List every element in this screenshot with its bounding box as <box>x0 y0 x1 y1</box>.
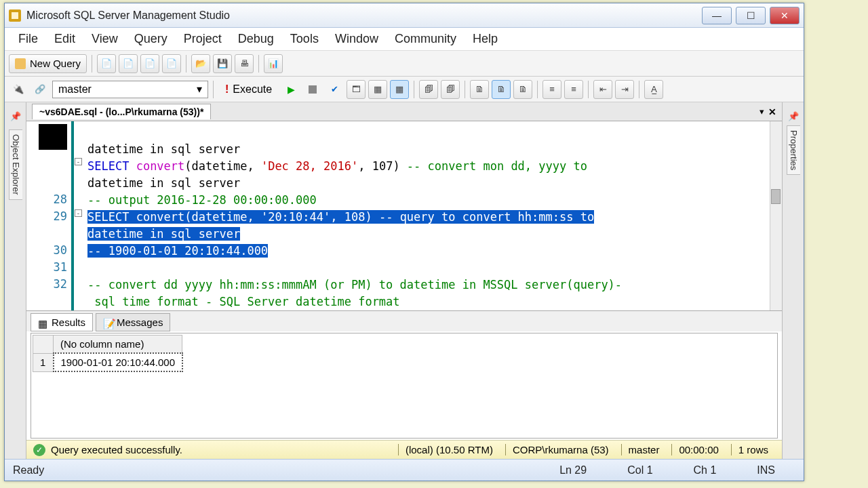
menu-debug[interactable]: Debug <box>231 29 281 49</box>
code-text: -- output 2016-12-28 00:00:00.000 <box>87 193 317 207</box>
uncomment-icon[interactable]: ≡ <box>564 80 583 99</box>
specify-values-icon[interactable]: A̲ <box>644 80 663 99</box>
code-text: SELECT <box>87 210 136 224</box>
comment-icon[interactable]: ≡ <box>542 80 561 99</box>
code-area[interactable]: datetime in sql server SELECT convert(da… <box>83 121 770 310</box>
code-text: -- 1900-01-01 20:10:44.000 <box>87 244 268 258</box>
activity-monitor-icon[interactable]: 📊 <box>264 54 283 73</box>
code-text: , 107) <box>358 159 407 173</box>
code-text: datetime in sql server <box>87 227 240 241</box>
separator <box>537 81 538 98</box>
menubar: File Edit View Query Project Debug Tools… <box>5 28 804 51</box>
messages-tab[interactable]: 📝 Messages <box>96 313 170 331</box>
results-file-icon[interactable]: 🗎 <box>513 80 532 99</box>
menu-window[interactable]: Window <box>328 29 385 49</box>
object-explorer-tab[interactable]: Object Explorer <box>9 129 22 200</box>
success-icon: ✓ <box>33 444 45 456</box>
document-tab[interactable]: ~vs6DAE.sql - (lo...P\rkumarna (53))* <box>32 104 211 119</box>
menu-view[interactable]: View <box>85 29 125 49</box>
db-engine-query-icon[interactable]: 📄 <box>97 54 116 73</box>
row-header[interactable]: 1 <box>33 353 54 371</box>
intellisense-icon[interactable]: ▦ <box>390 80 409 99</box>
tab-dropdown-icon[interactable]: ▾ <box>760 106 764 117</box>
line-gutter: 28 29 30 31 32 33 <box>26 121 74 310</box>
window-title: Microsoft SQL Server Management Studio <box>26 9 702 22</box>
increase-indent-icon[interactable]: ⇥ <box>615 80 634 99</box>
open-file-icon[interactable]: 📂 <box>191 54 210 73</box>
code-text: '20:10:44' <box>261 210 330 224</box>
code-text: datetime in sql server <box>87 142 240 156</box>
titlebar[interactable]: Microsoft SQL Server Management Studio —… <box>5 3 804 28</box>
estimated-plan-icon[interactable]: 🗔 <box>347 80 366 99</box>
menu-tools[interactable]: Tools <box>283 29 326 49</box>
menu-project[interactable]: Project <box>177 29 229 49</box>
save-icon[interactable]: 💾 <box>213 54 232 73</box>
results-area: ▦ Results 📝 Messages (No column name) 11… <box>26 311 782 459</box>
line-number: 31 <box>26 259 67 276</box>
save-all-icon[interactable]: 🖶 <box>235 54 254 73</box>
results-text-icon[interactable]: 🗎 <box>470 80 489 99</box>
right-rail: 📌 Properties <box>782 102 804 459</box>
execute-icon: ! <box>225 83 229 96</box>
selected-text: SELECT convert(datetime, '20:10:44', 108… <box>87 210 594 258</box>
code-text: , 108) <box>330 210 379 224</box>
minimize-button[interactable]: — <box>702 7 732 24</box>
status-ready: Ready <box>13 464 44 476</box>
line-number: 32 <box>26 276 67 293</box>
app-icon <box>9 9 21 22</box>
line-number: 33 <box>26 310 67 311</box>
include-stats-icon[interactable]: 🗐 <box>441 80 460 99</box>
code-text: -- convert mon dd, yyyy to <box>407 159 587 173</box>
messages-tab-label: Messages <box>117 317 163 328</box>
results-grid[interactable]: (No column name) 11900-01-01 20:10:44.00… <box>31 333 778 439</box>
menu-file[interactable]: File <box>12 29 45 49</box>
code-text: (datetime, <box>184 210 261 224</box>
tab-close-icon[interactable]: ✕ <box>768 106 776 117</box>
database-dropdown[interactable]: master ▾ <box>52 81 208 98</box>
grid-cell[interactable]: 1900-01-01 20:10:44.000 <box>54 353 182 371</box>
code-text: convert <box>136 210 185 224</box>
status-col: Col 1 <box>607 464 673 476</box>
object-explorer-pin-icon[interactable]: 📌 <box>6 106 25 125</box>
change-connection-icon[interactable]: 🔗 <box>31 80 50 99</box>
fold-minus-icon[interactable]: - <box>75 158 82 165</box>
results-tab[interactable]: ▦ Results <box>31 313 93 331</box>
close-button[interactable]: ✕ <box>770 7 800 24</box>
fold-minus-icon[interactable]: - <box>75 209 82 217</box>
time-info: 00:00:00 <box>671 444 725 455</box>
grid-corner <box>33 336 54 354</box>
parse-check-icon[interactable]: ✔ <box>325 80 344 99</box>
decrease-indent-icon[interactable]: ⇤ <box>593 80 612 99</box>
properties-tab[interactable]: Properties <box>787 125 800 175</box>
results-grid-icon[interactable]: 🗎 <box>492 80 511 99</box>
query-options-icon[interactable]: ▦ <box>368 80 387 99</box>
column-header[interactable]: (No column name) <box>54 336 182 354</box>
fold-column: - - <box>74 121 83 310</box>
menu-help[interactable]: Help <box>466 29 505 49</box>
properties-pin-icon[interactable]: 📌 <box>784 106 803 125</box>
analysis-dmx-icon[interactable]: 📄 <box>140 54 159 73</box>
code-text: -- convert dd yyyy hh:mm:ss:mmmAM (or PM… <box>87 278 622 291</box>
database-value: master <box>58 83 92 96</box>
separator <box>588 81 589 98</box>
maximize-button[interactable]: ☐ <box>736 7 766 24</box>
scroll-thumb[interactable] <box>771 189 781 204</box>
menu-edit[interactable]: Edit <box>47 29 82 49</box>
include-plan-icon[interactable]: 🗐 <box>419 80 438 99</box>
editor-scrollbar[interactable] <box>770 121 782 310</box>
analysis-xmla-icon[interactable]: 📄 <box>162 54 181 73</box>
menu-query[interactable]: Query <box>127 29 174 49</box>
db-info: master <box>621 444 667 455</box>
sql-editor[interactable]: 28 29 30 31 32 33 - - datetime in sql se… <box>26 121 782 311</box>
new-query-button[interactable]: New Query <box>9 54 87 73</box>
separator <box>213 81 214 98</box>
menu-community[interactable]: Community <box>388 29 463 49</box>
debug-play-icon[interactable]: ▶ <box>281 80 300 99</box>
execute-button[interactable]: ! Execute <box>218 80 279 99</box>
separator <box>639 81 639 98</box>
stop-icon[interactable] <box>303 80 322 99</box>
code-text: (datetime, <box>184 159 261 173</box>
connect-icon[interactable]: 🔌 <box>9 80 28 99</box>
analysis-mdx-icon[interactable]: 📄 <box>119 54 138 73</box>
code-text: -- query to convert hh:mm:ss to <box>379 210 594 224</box>
